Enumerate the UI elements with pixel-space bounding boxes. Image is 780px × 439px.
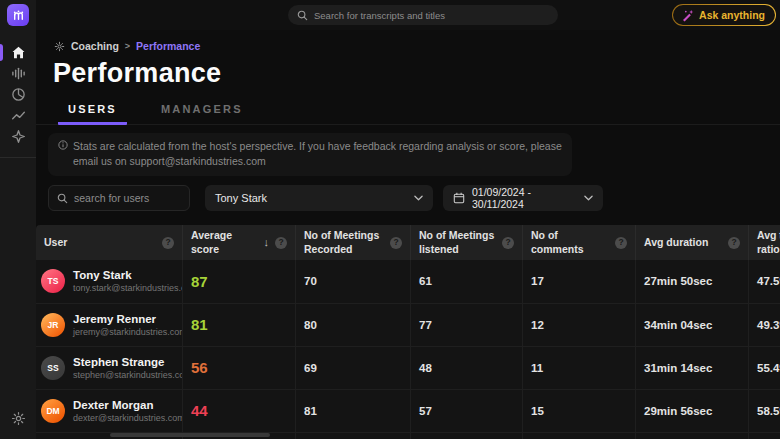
magic-wand-icon <box>681 9 694 22</box>
search-icon <box>57 193 68 204</box>
user-search[interactable] <box>48 185 190 211</box>
sidebar-item-reports[interactable] <box>0 84 36 105</box>
avg-duration: 27min 50sec <box>635 260 748 303</box>
meetings-listened: 61 <box>410 260 522 303</box>
comments-count: 20 <box>522 433 635 439</box>
table-row[interactable]: SS Stephen Strange stephen@starkindustri… <box>36 346 780 389</box>
comments-count: 17 <box>522 260 635 303</box>
comments-count: 11 <box>522 347 635 389</box>
user-select-value: Tony Stark <box>215 192 267 204</box>
user-search-input[interactable] <box>74 192 181 204</box>
breadcrumb-coaching[interactable]: Coaching <box>71 40 119 52</box>
ask-anything-button[interactable]: Ask anything <box>672 4 776 26</box>
meetings-recorded: 70 <box>295 260 410 303</box>
meetings-recorded: 81 <box>295 390 410 432</box>
notice-text-line1: Stats are calculated from the host's per… <box>73 139 562 154</box>
avg-talk-ratio: 45% <box>748 433 780 439</box>
user-email: dexter@starkindustries.com <box>73 413 182 423</box>
user-name: Jeremy Renner <box>73 313 182 325</box>
waveform-icon <box>11 66 26 81</box>
sidebar <box>0 0 36 439</box>
column-header-average-score[interactable]: Average score ↓ ? <box>182 225 295 259</box>
sidebar-item-ai[interactable] <box>0 126 36 147</box>
help-icon[interactable]: ? <box>390 237 402 249</box>
column-header-meetings-recorded[interactable]: No of Meetings Recorded ? <box>295 225 410 259</box>
average-score: 87 <box>182 260 295 303</box>
main-content: Coaching > Performance Performance USERS… <box>36 30 780 439</box>
info-icon <box>58 139 68 150</box>
help-icon[interactable]: ? <box>615 237 627 249</box>
avg-duration: 31min 14sec <box>635 347 748 389</box>
user-name: Tony Stark <box>73 269 182 281</box>
top-bar: Ask anything <box>0 0 780 30</box>
user-name: Dexter Morgan <box>73 399 182 411</box>
sidebar-item-settings[interactable] <box>0 408 36 429</box>
avatar: SS <box>41 356 65 380</box>
column-header-user[interactable]: User ? <box>36 225 182 259</box>
help-icon[interactable]: ? <box>502 237 514 249</box>
help-icon[interactable]: ? <box>728 237 740 249</box>
average-score: 44 <box>182 390 295 432</box>
brand-mark-icon <box>12 9 25 22</box>
meetings-listened: 77 <box>410 304 522 346</box>
tab-managers[interactable]: MANAGERS <box>151 99 253 125</box>
sidebar-item-home[interactable] <box>0 42 36 63</box>
meetings-recorded: 69 <box>295 347 410 389</box>
breadcrumb: Coaching > Performance <box>54 40 780 52</box>
column-header-meetings-listened[interactable]: No of Meetings listened ? <box>410 225 522 259</box>
meetings-listened: 66 <box>410 433 522 439</box>
avatar: TS <box>41 269 65 293</box>
breadcrumb-performance[interactable]: Performance <box>136 40 200 52</box>
table-row[interactable]: TS Tony Stark tony.stark@starkindustries… <box>36 260 780 303</box>
ask-anything-label: Ask anything <box>699 9 765 21</box>
comments-count: 15 <box>522 390 635 432</box>
column-header-avg-duration[interactable]: Avg duration ? <box>635 225 748 259</box>
stats-notice: Stats are calculated from the host's per… <box>48 133 572 176</box>
tab-bar: USERS MANAGERS <box>36 99 780 125</box>
avg-talk-ratio: 55.4% <box>748 347 780 389</box>
trend-icon <box>11 108 26 123</box>
filter-bar: Tony Stark 01/09/2024 - 30/11/2024 <box>48 185 780 211</box>
avg-duration: 33min 03sec <box>635 433 748 439</box>
notice-text-line2: email us on support@starkindustries.com <box>73 154 562 169</box>
date-range-picker[interactable]: 01/09/2024 - 30/11/2024 <box>443 185 603 211</box>
global-search-input[interactable] <box>314 10 549 21</box>
home-icon <box>11 45 26 60</box>
user-email: stephen@starkindustries.com <box>73 370 182 380</box>
sidebar-item-analytics[interactable] <box>0 105 36 126</box>
meetings-recorded: 80 <box>295 304 410 346</box>
user-select[interactable]: Tony Stark <box>205 185 433 211</box>
meetings-listened: 57 <box>410 390 522 432</box>
help-icon[interactable]: ? <box>275 237 287 249</box>
performance-table: User ? Average score ↓ ? No of Meetings … <box>36 225 780 439</box>
table-row[interactable]: DM Dexter Morgan dexter@starkindustries.… <box>36 389 780 432</box>
horizontal-scrollbar[interactable] <box>110 433 270 437</box>
page-title: Performance <box>53 58 780 89</box>
global-search[interactable] <box>288 5 558 25</box>
chevron-down-icon <box>584 195 593 201</box>
avg-talk-ratio: 49.3% <box>748 304 780 346</box>
column-header-comments[interactable]: No of comments ? <box>522 225 635 259</box>
app-logo[interactable] <box>7 4 29 26</box>
avatar: DM <box>41 399 65 423</box>
chevron-down-icon <box>414 195 423 201</box>
active-indicator <box>0 44 3 61</box>
sort-desc-icon[interactable]: ↓ <box>264 236 270 250</box>
help-icon[interactable]: ? <box>162 237 174 249</box>
meetings-recorded: 72 <box>295 433 410 439</box>
pie-chart-icon <box>11 87 26 102</box>
comments-count: 12 <box>522 304 635 346</box>
avatar: JR <box>41 313 65 337</box>
user-email: jeremy@starkindustries.com <box>73 327 182 337</box>
sidebar-nav <box>0 42 36 158</box>
avg-duration: 34min 04sec <box>635 304 748 346</box>
table-row[interactable]: JR Jeremy Renner jeremy@starkindustries.… <box>36 303 780 346</box>
sidebar-item-recordings[interactable] <box>0 63 36 84</box>
average-score: 56 <box>182 347 295 389</box>
coaching-icon <box>54 41 65 52</box>
average-score: 81 <box>182 304 295 346</box>
breadcrumb-separator: > <box>125 41 130 51</box>
tab-users[interactable]: USERS <box>58 99 127 125</box>
user-email: tony.stark@starkindustries.com <box>73 283 182 293</box>
column-header-avg-talk-ratio[interactable]: Avg talk ratio ? <box>748 225 780 259</box>
